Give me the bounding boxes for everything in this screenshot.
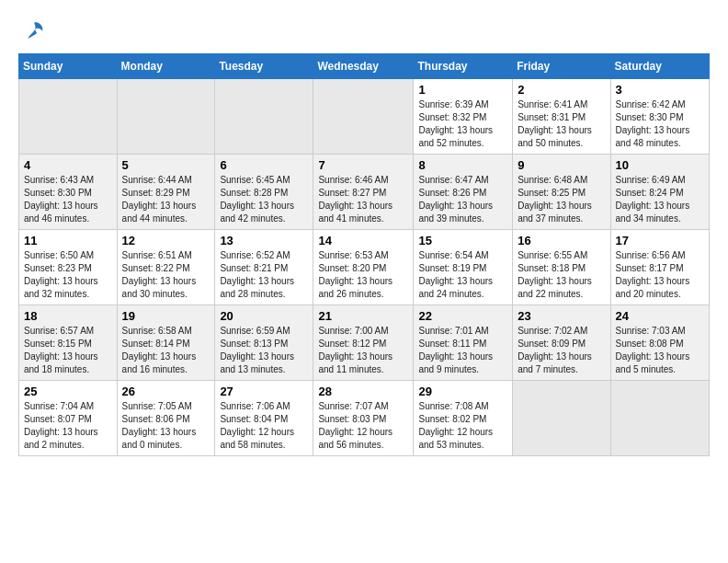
calendar-cell: 13Sunrise: 6:52 AMSunset: 8:21 PMDayligh… — [215, 230, 313, 305]
header-cell-friday: Friday — [513, 54, 610, 79]
calendar-cell — [313, 79, 414, 155]
day-info: Sunrise: 7:07 AMSunset: 8:03 PMDaylight:… — [318, 400, 408, 452]
day-info: Sunrise: 7:02 AMSunset: 8:09 PMDaylight:… — [518, 325, 605, 376]
day-info: Sunrise: 6:42 AMSunset: 8:30 PMDaylight:… — [616, 98, 704, 150]
header-cell-monday: Monday — [117, 54, 215, 79]
calendar-cell: 25Sunrise: 7:04 AMSunset: 8:07 PMDayligh… — [19, 381, 118, 456]
logo-bird-icon — [22, 18, 48, 44]
day-number: 13 — [220, 234, 308, 247]
logo — [18, 18, 48, 44]
header-cell-tuesday: Tuesday — [215, 54, 313, 79]
calendar-cell: 8Sunrise: 6:47 AMSunset: 8:26 PMDaylight… — [414, 155, 513, 230]
day-info: Sunrise: 6:41 AMSunset: 8:31 PMDaylight:… — [518, 98, 605, 150]
day-number: 23 — [518, 309, 605, 323]
calendar-cell: 19Sunrise: 6:58 AMSunset: 8:14 PMDayligh… — [117, 305, 215, 381]
day-number: 27 — [220, 385, 308, 398]
calendar-cell: 9Sunrise: 6:48 AMSunset: 8:25 PMDaylight… — [513, 155, 610, 230]
day-number: 4 — [24, 158, 112, 172]
calendar-table: SundayMondayTuesdayWednesdayThursdayFrid… — [18, 53, 710, 456]
week-row: 25Sunrise: 7:04 AMSunset: 8:07 PMDayligh… — [19, 381, 710, 456]
day-info: Sunrise: 6:45 AMSunset: 8:28 PMDaylight:… — [220, 174, 308, 225]
day-info: Sunrise: 6:48 AMSunset: 8:25 PMDaylight:… — [518, 174, 605, 225]
calendar-cell: 23Sunrise: 7:02 AMSunset: 8:09 PMDayligh… — [513, 305, 610, 381]
calendar-cell — [215, 79, 313, 155]
week-row: 4Sunrise: 6:43 AMSunset: 8:30 PMDaylight… — [19, 155, 710, 230]
header-cell-sunday: Sunday — [19, 54, 118, 79]
day-info: Sunrise: 6:52 AMSunset: 8:21 PMDaylight:… — [220, 249, 308, 301]
calendar-cell: 17Sunrise: 6:56 AMSunset: 8:17 PMDayligh… — [610, 230, 709, 305]
day-info: Sunrise: 6:53 AMSunset: 8:20 PMDaylight:… — [318, 249, 408, 301]
header-cell-thursday: Thursday — [414, 54, 513, 79]
day-info: Sunrise: 6:54 AMSunset: 8:19 PMDaylight:… — [418, 249, 507, 301]
day-number: 24 — [616, 309, 704, 323]
calendar-cell: 26Sunrise: 7:05 AMSunset: 8:06 PMDayligh… — [117, 381, 215, 456]
day-info: Sunrise: 7:06 AMSunset: 8:04 PMDaylight:… — [220, 400, 308, 452]
calendar-cell: 7Sunrise: 6:46 AMSunset: 8:27 PMDaylight… — [313, 155, 414, 230]
day-info: Sunrise: 6:39 AMSunset: 8:32 PMDaylight:… — [418, 98, 507, 150]
day-info: Sunrise: 7:03 AMSunset: 8:08 PMDaylight:… — [616, 325, 704, 376]
day-info: Sunrise: 6:44 AMSunset: 8:29 PMDaylight:… — [122, 174, 210, 225]
calendar-cell: 3Sunrise: 6:42 AMSunset: 8:30 PMDaylight… — [610, 79, 709, 155]
day-info: Sunrise: 6:57 AMSunset: 8:15 PMDaylight:… — [24, 325, 112, 376]
calendar-cell: 5Sunrise: 6:44 AMSunset: 8:29 PMDaylight… — [117, 155, 215, 230]
calendar-cell: 6Sunrise: 6:45 AMSunset: 8:28 PMDaylight… — [215, 155, 313, 230]
day-number: 3 — [616, 83, 704, 97]
day-number: 14 — [318, 234, 408, 247]
day-info: Sunrise: 7:08 AMSunset: 8:02 PMDaylight:… — [418, 400, 507, 452]
day-number: 20 — [220, 309, 308, 323]
day-number: 19 — [122, 309, 210, 323]
day-number: 6 — [220, 158, 308, 172]
calendar-cell — [513, 381, 610, 456]
day-info: Sunrise: 6:43 AMSunset: 8:30 PMDaylight:… — [24, 174, 112, 225]
day-info: Sunrise: 7:01 AMSunset: 8:11 PMDaylight:… — [418, 325, 507, 376]
calendar-cell: 18Sunrise: 6:57 AMSunset: 8:15 PMDayligh… — [19, 305, 118, 381]
day-number: 8 — [418, 158, 507, 172]
day-info: Sunrise: 6:49 AMSunset: 8:24 PMDaylight:… — [616, 174, 704, 225]
day-number: 26 — [122, 385, 210, 398]
calendar-cell — [117, 79, 215, 155]
calendar-cell: 10Sunrise: 6:49 AMSunset: 8:24 PMDayligh… — [610, 155, 709, 230]
day-number: 18 — [24, 309, 112, 323]
day-number: 15 — [418, 234, 507, 247]
day-info: Sunrise: 7:05 AMSunset: 8:06 PMDaylight:… — [122, 400, 210, 452]
calendar-cell: 20Sunrise: 6:59 AMSunset: 8:13 PMDayligh… — [215, 305, 313, 381]
day-info: Sunrise: 6:58 AMSunset: 8:14 PMDaylight:… — [122, 325, 210, 376]
day-number: 7 — [318, 158, 408, 172]
day-info: Sunrise: 6:51 AMSunset: 8:22 PMDaylight:… — [122, 249, 210, 301]
day-number: 9 — [518, 158, 605, 172]
header-cell-saturday: Saturday — [610, 54, 709, 79]
header-cell-wednesday: Wednesday — [313, 54, 414, 79]
day-number: 28 — [318, 385, 408, 398]
day-info: Sunrise: 7:00 AMSunset: 8:12 PMDaylight:… — [318, 325, 408, 376]
calendar-cell — [610, 381, 709, 456]
day-info: Sunrise: 6:47 AMSunset: 8:26 PMDaylight:… — [418, 174, 507, 225]
day-number: 25 — [24, 385, 112, 398]
week-row: 11Sunrise: 6:50 AMSunset: 8:23 PMDayligh… — [19, 230, 710, 305]
calendar-cell: 15Sunrise: 6:54 AMSunset: 8:19 PMDayligh… — [414, 230, 513, 305]
calendar-cell: 24Sunrise: 7:03 AMSunset: 8:08 PMDayligh… — [610, 305, 709, 381]
calendar-cell: 29Sunrise: 7:08 AMSunset: 8:02 PMDayligh… — [414, 381, 513, 456]
day-info: Sunrise: 7:04 AMSunset: 8:07 PMDaylight:… — [24, 400, 112, 452]
day-number: 1 — [418, 83, 507, 97]
day-number: 5 — [122, 158, 210, 172]
day-info: Sunrise: 6:46 AMSunset: 8:27 PMDaylight:… — [318, 174, 408, 225]
calendar-cell: 28Sunrise: 7:07 AMSunset: 8:03 PMDayligh… — [313, 381, 414, 456]
day-number: 22 — [418, 309, 507, 323]
day-number: 2 — [518, 83, 605, 97]
calendar-cell: 21Sunrise: 7:00 AMSunset: 8:12 PMDayligh… — [313, 305, 414, 381]
calendar-cell: 1Sunrise: 6:39 AMSunset: 8:32 PMDaylight… — [414, 79, 513, 155]
day-number: 21 — [318, 309, 408, 323]
calendar-cell — [19, 79, 118, 155]
calendar-cell: 4Sunrise: 6:43 AMSunset: 8:30 PMDaylight… — [19, 155, 118, 230]
day-info: Sunrise: 6:59 AMSunset: 8:13 PMDaylight:… — [220, 325, 308, 376]
day-number: 10 — [616, 158, 704, 172]
calendar-cell: 22Sunrise: 7:01 AMSunset: 8:11 PMDayligh… — [414, 305, 513, 381]
week-row: 1Sunrise: 6:39 AMSunset: 8:32 PMDaylight… — [19, 79, 710, 155]
calendar-cell: 16Sunrise: 6:55 AMSunset: 8:18 PMDayligh… — [513, 230, 610, 305]
calendar-cell: 27Sunrise: 7:06 AMSunset: 8:04 PMDayligh… — [215, 381, 313, 456]
calendar-cell: 14Sunrise: 6:53 AMSunset: 8:20 PMDayligh… — [313, 230, 414, 305]
day-number: 17 — [616, 234, 704, 247]
week-row: 18Sunrise: 6:57 AMSunset: 8:15 PMDayligh… — [19, 305, 710, 381]
header — [18, 15, 710, 44]
day-info: Sunrise: 6:56 AMSunset: 8:17 PMDaylight:… — [616, 249, 704, 301]
